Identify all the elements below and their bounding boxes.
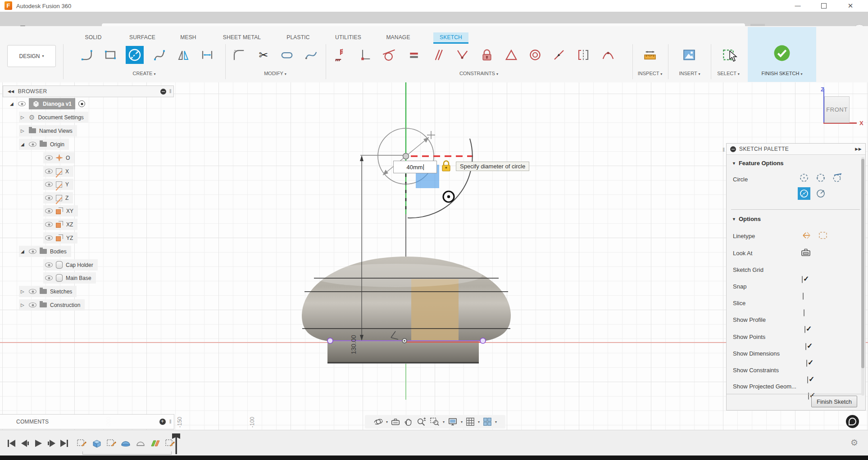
timeline-sketch-feature[interactable] <box>77 438 87 449</box>
timeline-dome-feature[interactable] <box>135 438 146 449</box>
collapsed-triangle-icon[interactable]: ▷ <box>21 115 26 120</box>
curve-tool[interactable] <box>302 46 320 64</box>
concentric-constraint[interactable] <box>526 46 544 64</box>
show-constraints-checkbox[interactable] <box>807 376 808 383</box>
tree-row-xy-plane[interactable]: XY <box>43 205 78 216</box>
coincident-constraint[interactable] <box>356 46 374 64</box>
timeline-settings-gear-icon[interactable]: ⚙ <box>850 437 858 448</box>
visibility-eye-icon[interactable] <box>29 249 36 254</box>
expanded-triangle-icon[interactable]: ◢ <box>10 101 15 106</box>
finish-sketch-palette-button[interactable]: Finish Sketch <box>811 396 857 407</box>
slot-tool[interactable] <box>278 46 296 64</box>
sketch-palette-header[interactable]: SKETCH PALETTE ▶▶ <box>727 144 865 155</box>
panel-minus-icon[interactable] <box>730 146 736 152</box>
tree-row-named-views[interactable]: ▷ Named Views <box>19 125 77 136</box>
timeline-revolve-feature[interactable] <box>120 438 131 449</box>
go-to-start-button[interactable] <box>7 439 16 447</box>
tree-row-bodies[interactable]: ◢ Bodies <box>19 246 71 257</box>
grid-settings-icon[interactable] <box>465 417 475 427</box>
tree-row-xz-plane[interactable]: XZ <box>43 219 77 230</box>
go-to-end-button[interactable] <box>59 439 68 447</box>
close-button[interactable]: ✕ <box>844 2 857 10</box>
collapse-panel-icon[interactable]: ◀◀ <box>8 89 14 94</box>
mirror-tool[interactable] <box>174 46 192 64</box>
look-at-icon[interactable] <box>800 246 812 259</box>
visibility-eye-icon[interactable] <box>45 222 53 227</box>
tree-row-main-base[interactable]: Main Base <box>43 272 96 284</box>
group-modify[interactable]: MODIFY ▾ <box>253 69 298 77</box>
options-section[interactable]: ▼ Options <box>732 216 761 222</box>
snap-checkbox[interactable] <box>803 293 804 300</box>
insert-canvas-tool[interactable] <box>680 46 698 64</box>
pan-hand-icon[interactable] <box>403 417 413 427</box>
palette-scrollbar[interactable] <box>861 157 864 396</box>
trim-tool[interactable]: ✂ <box>254 46 273 64</box>
feature-options-section[interactable]: ▼ Feature Options <box>732 160 784 167</box>
scrollbar-thumb[interactable] <box>861 159 864 368</box>
visibility-eye-icon[interactable] <box>45 262 53 267</box>
highlighted-profile-face[interactable] <box>411 279 459 341</box>
equal-constraint[interactable] <box>405 46 423 64</box>
look-at-icon[interactable] <box>391 417 400 427</box>
circle-center-tool[interactable] <box>798 171 810 184</box>
visibility-eye-icon[interactable] <box>29 302 36 307</box>
tree-row-construction[interactable]: ▷ Construction <box>19 299 85 311</box>
group-finish-sketch[interactable]: FINISH SKETCH ▾ <box>755 69 809 77</box>
arc-tool[interactable] <box>78 46 96 64</box>
group-select[interactable]: SELECT ▾ <box>706 69 751 77</box>
sketch-grid-checkbox[interactable] <box>802 276 803 283</box>
show-dimensions-checkbox[interactable] <box>806 360 807 367</box>
timeline-position-marker[interactable] <box>171 433 181 455</box>
zoom-icon[interactable] <box>416 417 427 427</box>
tab-manage[interactable]: MANAGE <box>379 32 417 42</box>
tab-utilities[interactable]: UTILITIES <box>329 32 368 42</box>
visibility-eye-icon[interactable] <box>18 101 26 106</box>
step-forward-button[interactable] <box>47 439 56 447</box>
finish-sketch-button[interactable] <box>773 44 791 62</box>
tree-row-y-axis[interactable]: Y <box>43 179 73 190</box>
measure-tool[interactable] <box>641 46 659 64</box>
tab-sheet-metal[interactable]: SHEET METAL <box>215 32 268 42</box>
expand-right-icon[interactable]: ▶▶ <box>855 147 862 151</box>
display-settings-icon[interactable] <box>447 417 458 427</box>
tree-row-z-axis[interactable]: Z <box>43 192 73 203</box>
spline-tool[interactable] <box>150 46 168 64</box>
tree-row-component[interactable]: ◢ Dianoga v1 <box>8 98 90 109</box>
timeline-sketch-feature[interactable] <box>106 438 117 449</box>
caret-down-icon[interactable]: ▾ <box>386 420 388 424</box>
expanded-triangle-icon[interactable]: ◢ <box>21 249 26 254</box>
restore-button[interactable] <box>817 2 831 10</box>
tangent-constraint[interactable] <box>380 46 398 64</box>
tab-plastic[interactable]: PLASTIC <box>280 32 316 42</box>
sketch-dimension-tool[interactable] <box>198 46 216 64</box>
tree-row-yz-plane[interactable]: YZ <box>43 232 77 244</box>
timeline-pattern-feature[interactable] <box>150 438 161 449</box>
circle-tool-selected[interactable] <box>126 46 144 64</box>
comments-bar[interactable]: COMMENTS + ‖ <box>0 414 174 429</box>
viewcube-front-face[interactable]: FRONT <box>824 96 850 123</box>
visibility-eye-icon[interactable] <box>45 155 53 160</box>
visibility-eye-icon[interactable] <box>45 208 53 213</box>
dimension-value[interactable]: 130.00 <box>350 335 357 354</box>
panel-drag-handle[interactable]: ‖ <box>169 88 172 95</box>
group-constraints[interactable]: CONSTRAINTS ▾ <box>452 69 506 77</box>
step-back-button[interactable] <box>21 439 30 447</box>
tree-row-document-settings[interactable]: ▷⚙ Document Settings <box>19 112 88 123</box>
show-points-checkbox[interactable] <box>805 343 806 350</box>
caret-down-icon[interactable]: ▾ <box>478 420 480 424</box>
perpendicular-constraint[interactable] <box>453 46 471 64</box>
workspace-selector[interactable]: DESIGN▾ <box>7 45 56 67</box>
caret-down-icon[interactable]: ▾ <box>443 420 445 424</box>
group-inspect[interactable]: INSPECT ▾ <box>627 69 673 77</box>
visibility-eye-icon[interactable] <box>45 195 53 200</box>
tree-row-sketches[interactable]: ▷ Sketches <box>19 286 77 297</box>
tab-mesh[interactable]: MESH <box>175 32 202 42</box>
tree-row-origin-point[interactable]: O <box>43 152 74 163</box>
collapsed-triangle-icon[interactable]: ▷ <box>21 289 26 294</box>
activate-component-radio[interactable] <box>78 100 85 107</box>
circle-2point-tool[interactable] <box>814 171 827 184</box>
curvature-constraint[interactable] <box>599 46 617 64</box>
add-comment-icon[interactable]: + <box>159 419 166 425</box>
centerline-linetype-icon[interactable] <box>817 229 829 242</box>
group-insert[interactable]: INSERT ▾ <box>667 69 712 77</box>
